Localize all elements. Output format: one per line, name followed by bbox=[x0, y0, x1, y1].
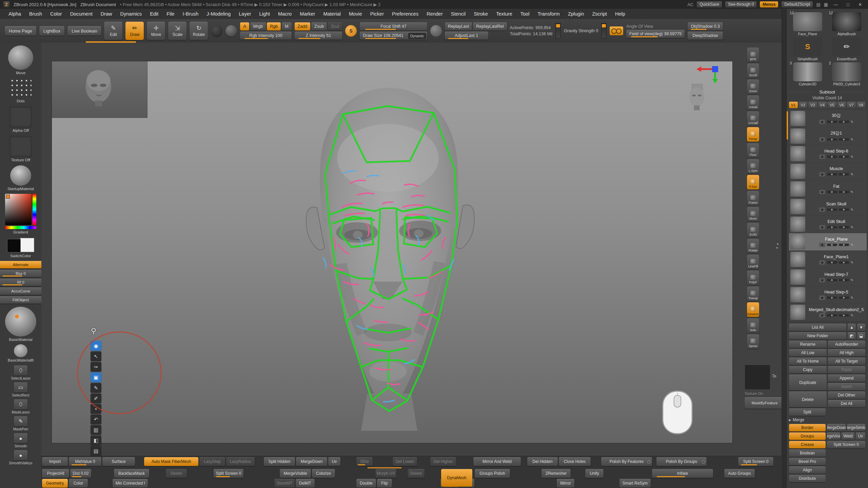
inflate-slider[interactable]: Inflate bbox=[652, 469, 713, 478]
visibility-eye-icon[interactable] bbox=[819, 172, 825, 177]
backfacemask-button[interactable]: BackfaceMask bbox=[114, 469, 149, 478]
align-button[interactable]: Align bbox=[789, 466, 826, 474]
shelf-bpr[interactable]: BPR bbox=[747, 47, 759, 62]
menu-item[interactable]: Material bbox=[319, 10, 344, 18]
polypaint-brush-icon[interactable]: ✎ bbox=[851, 313, 853, 317]
adjust-last-slider[interactable]: AdjustLast 1 bbox=[445, 32, 488, 40]
polypaint-brush-icon[interactable]: ✎ bbox=[851, 190, 853, 194]
shelf-zoom[interactable]: Zoom bbox=[747, 79, 759, 94]
subtool-tab-v3[interactable]: V3 bbox=[808, 102, 817, 108]
all-to-target-button[interactable]: All To Target bbox=[828, 358, 866, 365]
all-to-home-button[interactable]: All To Home bbox=[789, 358, 827, 365]
subtool-item[interactable]: 30강 ✎ bbox=[789, 110, 867, 127]
polypaint-brush-icon[interactable]: ✎ bbox=[851, 172, 853, 176]
replay-last-button[interactable]: ReplayLast bbox=[445, 22, 472, 30]
subtool-item[interactable]: Head Step-6 ✎ bbox=[789, 145, 867, 162]
dock-collapse-handle[interactable]: ◂▸ bbox=[776, 242, 778, 249]
shelf-linefill[interactable]: LineFill bbox=[747, 255, 759, 269]
insert-button[interactable]: Insert bbox=[828, 383, 866, 390]
shelf-zoom3d[interactable]: Zo3D bbox=[747, 223, 759, 237]
visibility-eye-icon[interactable] bbox=[819, 243, 825, 247]
dynamic-badge[interactable]: Dynamic bbox=[408, 33, 426, 39]
subtool-slider[interactable] bbox=[827, 244, 837, 246]
primary-color-swatch[interactable] bbox=[7, 239, 21, 252]
polypaint-brush-icon[interactable]: ✎ bbox=[851, 225, 853, 229]
subtool-scroll-indicator[interactable] bbox=[787, 111, 788, 140]
subtool-tab-v8[interactable]: V8 bbox=[857, 102, 866, 108]
move-up-icon[interactable]: ▲ bbox=[848, 324, 856, 331]
smooth-valleys-brush[interactable]: ● SmoothValleys bbox=[9, 450, 32, 465]
all-low-button[interactable]: All Low bbox=[789, 349, 827, 357]
subtool-item[interactable]: Muscle ✎ bbox=[789, 163, 867, 180]
color-button[interactable]: Color bbox=[69, 479, 88, 488]
menu-item[interactable]: Color bbox=[46, 10, 66, 18]
shelf-aahalf[interactable]: AAHalf bbox=[747, 111, 759, 126]
delete-button[interactable]: Delete bbox=[166, 469, 187, 478]
fillobject-button[interactable]: FillObject bbox=[0, 296, 42, 304]
mergevisible-button[interactable]: MergeVisible bbox=[280, 469, 311, 478]
folder-up-icon[interactable]: ◩ bbox=[848, 332, 856, 340]
double-button[interactable]: Double bbox=[356, 479, 376, 488]
new-folder-button[interactable]: New Folder bbox=[789, 332, 846, 340]
polish-by-groups-slider[interactable]: Polish By Groups bbox=[656, 457, 707, 466]
shelf-pxyz[interactable]: P.Xyz bbox=[747, 175, 759, 189]
list-all-button[interactable]: List All bbox=[789, 324, 846, 331]
subtool-slider[interactable] bbox=[827, 191, 837, 193]
color-picker[interactable]: Gradient bbox=[5, 194, 36, 234]
distribute-button[interactable]: Distribute bbox=[789, 475, 826, 482]
rename-button[interactable]: Rename bbox=[789, 341, 827, 348]
subtool-item[interactable]: Merged_Skull-decimation2_5 ✎ bbox=[789, 304, 867, 321]
polypaint-brush-icon[interactable]: ✎ bbox=[851, 138, 853, 141]
move-down-icon[interactable]: ▼ bbox=[857, 324, 865, 331]
texture-off[interactable]: Texture Off bbox=[9, 136, 32, 162]
close-holes-button[interactable]: Close Holes bbox=[559, 457, 591, 466]
texture-slot[interactable]: Te bbox=[745, 365, 770, 390]
sculpt-brush-icon[interactable]: S bbox=[345, 25, 357, 37]
shelf-floor[interactable]: Floor bbox=[747, 143, 759, 158]
subtool-tab-v4[interactable]: V4 bbox=[818, 102, 827, 108]
tool-slot-simplebrush[interactable]: S SimpleBrush bbox=[789, 37, 826, 61]
points-vslider[interactable] bbox=[555, 23, 561, 39]
border-button[interactable]: Border bbox=[789, 424, 826, 431]
menu-item[interactable]: Document bbox=[66, 10, 96, 18]
rgb-intensity-slider[interactable]: Rgb Intensity 100 bbox=[240, 32, 291, 40]
visibility-eye-icon[interactable] bbox=[819, 137, 825, 142]
menu-item[interactable]: Texture bbox=[492, 10, 516, 18]
visibility-eye-icon[interactable] bbox=[819, 207, 825, 212]
see-through-slider[interactable]: See-through 0 bbox=[725, 1, 756, 7]
subtool-slider[interactable] bbox=[839, 314, 849, 317]
basic-material-b[interactable]: BasicMaterialB bbox=[8, 344, 34, 362]
layout-icon[interactable]: ▤ bbox=[816, 2, 820, 7]
menu-item[interactable]: Transform bbox=[534, 10, 564, 18]
stroke-type-icon[interactable] bbox=[211, 25, 222, 37]
maximize-button[interactable]: □ bbox=[844, 2, 852, 7]
sdiv-slider[interactable]: SDiv bbox=[356, 457, 373, 466]
minimize-button[interactable]: — bbox=[831, 2, 840, 7]
subtool-slider[interactable] bbox=[827, 279, 837, 281]
shelf-dynamic[interactable]: Dynamic bbox=[747, 302, 759, 317]
geometry-button[interactable]: Geometry bbox=[42, 479, 68, 488]
subtool-slider[interactable] bbox=[839, 121, 849, 123]
subtool-tab-v5[interactable]: V5 bbox=[828, 102, 836, 108]
menu-item[interactable]: Brush bbox=[25, 10, 46, 18]
subtool-slider[interactable] bbox=[839, 173, 849, 176]
hue-strip[interactable] bbox=[33, 194, 36, 225]
mergedown-button[interactable]: MergeDown bbox=[296, 457, 327, 466]
shelf-lsym[interactable]: L.Sym bbox=[747, 159, 759, 174]
subtool-item[interactable]: Face_Plane1 ✎ bbox=[789, 251, 867, 268]
alpha-picker-icon[interactable] bbox=[225, 25, 237, 37]
duplicate-button[interactable]: Duplicate bbox=[789, 374, 827, 390]
menu-item[interactable]: Help bbox=[611, 10, 629, 18]
subtool-slider[interactable] bbox=[827, 297, 837, 299]
lightbox-button[interactable]: LightBox bbox=[39, 26, 65, 36]
clipboard-icon[interactable]: ▤ bbox=[91, 446, 101, 456]
subtool-item[interactable]: Head Step-7 ✎ bbox=[789, 268, 867, 286]
groups-polish-button[interactable]: Groups Polish bbox=[475, 469, 510, 478]
rgb-button[interactable]: Rgb bbox=[267, 22, 281, 30]
quicksave-button[interactable]: QuickSave bbox=[697, 1, 722, 7]
subtool-tab-v6[interactable]: V6 bbox=[837, 102, 846, 108]
shelf-polyframe[interactable]: PolyF bbox=[747, 270, 759, 285]
subtool-slider[interactable] bbox=[827, 121, 837, 123]
deepshadow-button[interactable]: DeepShadow bbox=[688, 32, 723, 40]
subtool-slider[interactable] bbox=[827, 138, 837, 141]
